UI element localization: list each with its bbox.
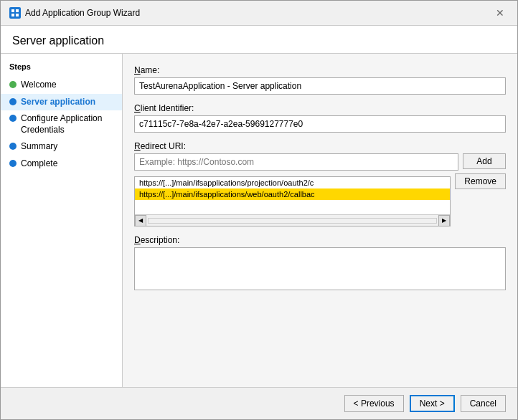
steps-title: Steps	[1, 62, 122, 77]
dialog-footer: < Previous Next > Cancel	[1, 387, 517, 419]
add-application-group-wizard: Add Application Group Wizard ✕ Server ap…	[0, 0, 518, 420]
redirect-uri-label: Redirect URI:	[134, 141, 506, 151]
uri-list-area: https://[...]/main/ifsapplications/proje…	[134, 173, 451, 226]
step-label-server-app: Server application	[21, 97, 95, 108]
description-input[interactable]	[134, 247, 506, 290]
name-group: Name:	[134, 65, 506, 95]
step-label-configure: Configure Application Credentials	[21, 113, 113, 135]
dialog-body: Steps Welcome Server application Configu…	[1, 54, 517, 387]
add-button[interactable]: Add	[463, 153, 506, 169]
svg-rect-1	[16, 9, 19, 12]
redirect-input-row: Add	[134, 153, 506, 171]
title-bar: Add Application Group Wizard ✕	[1, 1, 517, 26]
uri-item-1[interactable]: https://[...]/main/ifsapplications/proje…	[135, 177, 450, 188]
step-label-welcome: Welcome	[21, 80, 57, 91]
scroll-track[interactable]	[148, 218, 437, 224]
uri-item-2[interactable]: https://[...]/main/ifsapplications/web/o…	[135, 188, 450, 200]
scroll-left-arrow[interactable]: ◀	[135, 215, 146, 226]
description-label: Description:	[134, 235, 506, 245]
client-id-group: Client Identifier:	[134, 103, 506, 133]
uri-list-wrapper: https://[...]/main/ifsapplications/proje…	[134, 176, 451, 226]
step-label-summary: Summary	[21, 141, 57, 153]
title-bar-left: Add Application Group Wizard	[9, 7, 140, 19]
step-welcome[interactable]: Welcome	[1, 77, 122, 94]
step-dot-configure	[9, 115, 17, 122]
step-summary[interactable]: Summary	[1, 138, 122, 156]
description-group: Description:	[134, 235, 506, 292]
remove-button-area: Remove	[455, 173, 506, 226]
uri-list-section: https://[...]/main/ifsapplications/proje…	[134, 173, 506, 226]
svg-rect-2	[11, 14, 14, 16]
steps-panel: Steps Welcome Server application Configu…	[1, 54, 123, 387]
svg-rect-0	[11, 9, 14, 12]
redirect-uri-input[interactable]	[134, 153, 458, 171]
client-id-label: Client Identifier:	[134, 103, 506, 113]
step-dot-welcome	[9, 81, 17, 88]
step-server-app[interactable]: Server application	[1, 94, 122, 111]
name-label: Name:	[134, 65, 506, 75]
remove-button[interactable]: Remove	[455, 173, 506, 189]
next-button[interactable]: Next >	[410, 395, 455, 412]
wizard-icon	[9, 7, 21, 19]
step-complete[interactable]: Complete	[1, 156, 122, 173]
name-input[interactable]	[134, 77, 506, 95]
step-dot-complete	[9, 160, 17, 167]
horizontal-scrollbar[interactable]: ◀ ▶	[135, 214, 450, 226]
uri-list[interactable]: https://[...]/main/ifsapplications/proje…	[135, 177, 450, 214]
step-configure-credentials[interactable]: Configure Application Credentials	[1, 110, 122, 138]
client-id-input[interactable]	[134, 115, 506, 133]
page-title: Server application	[12, 34, 506, 47]
step-dot-summary	[9, 143, 17, 150]
previous-button[interactable]: < Previous	[344, 395, 404, 412]
redirect-uri-group: Redirect URI: Add https://[...]/main/ifs…	[134, 141, 506, 226]
cancel-button[interactable]: Cancel	[461, 395, 506, 412]
close-button[interactable]: ✕	[491, 6, 509, 19]
content-panel: Name: Client Identifier: Redirect URI: A…	[123, 54, 517, 387]
dialog-header: Server application	[1, 26, 517, 54]
dialog-title: Add Application Group Wizard	[25, 8, 140, 18]
step-label-complete: Complete	[21, 158, 57, 170]
step-dot-server-app	[9, 98, 17, 105]
svg-rect-3	[16, 14, 19, 16]
scroll-right-arrow[interactable]: ▶	[438, 215, 450, 226]
